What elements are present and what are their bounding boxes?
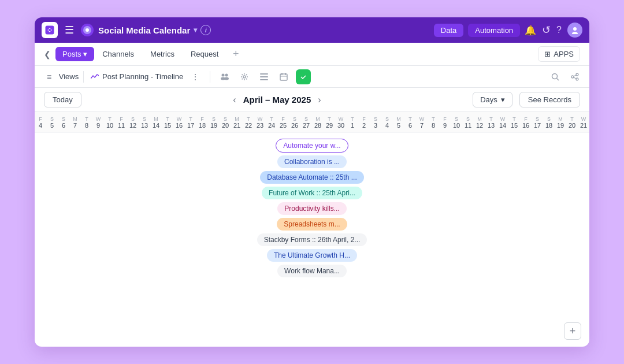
next-month-button[interactable]: ›	[318, 95, 321, 105]
date-col[interactable]: W16	[173, 116, 185, 129]
help-icon[interactable]: ?	[556, 25, 562, 35]
date-col[interactable]: F16	[520, 116, 532, 129]
date-col[interactable]: T20	[566, 116, 578, 129]
calendar-icon[interactable]	[276, 69, 291, 84]
date-col[interactable]: F4	[35, 116, 46, 129]
date-col[interactable]: T15	[508, 116, 520, 129]
tab-metrics[interactable]: Metrics	[142, 45, 183, 63]
date-col[interactable]: T6	[404, 116, 416, 129]
date-col[interactable]: T10	[104, 116, 116, 129]
date-col[interactable]: T1	[347, 116, 358, 129]
undo-icon[interactable]: ↺	[542, 24, 551, 36]
avatar[interactable]	[567, 23, 582, 38]
event-chip[interactable]: Automate your w...	[276, 139, 348, 153]
automation-tab[interactable]: Automation	[468, 24, 520, 37]
title-text: Social Media Calendar	[98, 25, 190, 35]
hamburger-icon[interactable]: ☰	[62, 21, 76, 39]
app-logo[interactable]	[42, 22, 58, 38]
date-col[interactable]: S4	[381, 116, 393, 129]
bell-icon[interactable]: 🔔	[525, 25, 536, 36]
title-chevron-icon[interactable]: ▾	[194, 26, 197, 34]
date-col[interactable]: M21	[231, 116, 243, 129]
view-selector[interactable]: Post Planning - Timeline	[91, 72, 183, 81]
date-col[interactable]: T22	[243, 116, 254, 129]
settings-icon[interactable]	[237, 69, 252, 84]
list-icon[interactable]	[257, 69, 272, 84]
event-chip[interactable]: Future of Work :: 25th Apri...	[262, 187, 362, 199]
view-name: Post Planning - Timeline	[102, 72, 183, 81]
svg-point-1	[49, 29, 51, 32]
menu-icon[interactable]: ≡	[42, 69, 57, 84]
svg-point-19	[552, 73, 558, 79]
date-col[interactable]: W23	[254, 116, 266, 129]
add-tab-button[interactable]: +	[229, 47, 243, 61]
date-col[interactable]: T8	[81, 116, 92, 129]
active-view-icon[interactable]	[296, 69, 311, 84]
date-col[interactable]: F25	[277, 116, 289, 129]
event-chip[interactable]: The Ultimate Growth H...	[267, 249, 357, 262]
date-col[interactable]: F9	[439, 116, 451, 129]
apps-label: APPS	[554, 50, 574, 58]
add-record-button[interactable]: +	[564, 322, 581, 340]
event-chip[interactable]: Work flow Mana...	[277, 265, 347, 277]
date-col[interactable]: T24	[266, 116, 277, 129]
svg-rect-11	[260, 73, 268, 75]
date-col[interactable]: S19	[208, 116, 220, 129]
page-title: Social Media Calendar ▾ i	[98, 25, 429, 35]
tab-posts[interactable]: Posts ▾	[55, 47, 94, 61]
date-col[interactable]: W9	[92, 116, 104, 129]
date-col[interactable]: S26	[289, 116, 300, 129]
date-col[interactable]: S18	[543, 116, 555, 129]
date-col[interactable]: W14	[497, 116, 508, 129]
date-col[interactable]: T15	[162, 116, 173, 129]
date-col[interactable]: S27	[300, 116, 312, 129]
date-col[interactable]: M14	[150, 116, 162, 129]
date-col[interactable]: M28	[312, 116, 324, 129]
event-chip[interactable]: Stackby Forms :: 26th April, 2...	[257, 233, 367, 246]
event-chip[interactable]: Database Automate :: 25th ...	[260, 171, 363, 184]
date-col[interactable]: S11	[462, 116, 474, 129]
event-chip[interactable]: Productivity kills...	[277, 202, 346, 215]
date-col[interactable]: S20	[220, 116, 231, 129]
date-col[interactable]: F18	[196, 116, 208, 129]
date-col[interactable]: M7	[69, 116, 81, 129]
views-label[interactable]: Views	[61, 69, 76, 84]
apps-button[interactable]: ⊞ APPS	[538, 46, 580, 62]
date-col[interactable]: S13	[139, 116, 150, 129]
date-col[interactable]: S3	[370, 116, 381, 129]
date-col[interactable]: T29	[324, 116, 335, 129]
date-col[interactable]: S12	[127, 116, 139, 129]
today-button[interactable]: Today	[44, 92, 81, 107]
date-col[interactable]: T17	[185, 116, 196, 129]
tab-request[interactable]: Request	[183, 45, 226, 63]
share-icon[interactable]	[567, 69, 582, 84]
prev-month-button[interactable]: ‹	[233, 95, 236, 105]
date-col[interactable]: T13	[485, 116, 497, 129]
more-options-icon[interactable]: ⋮	[188, 69, 203, 84]
info-icon[interactable]: i	[200, 25, 211, 35]
date-col[interactable]: M5	[393, 116, 404, 129]
date-col[interactable]: S17	[532, 116, 543, 129]
data-tab[interactable]: Data	[434, 24, 463, 37]
event-chip[interactable]: Collaboration is ...	[277, 155, 347, 168]
date-col[interactable]: S5	[46, 116, 58, 129]
date-col[interactable]: W21	[578, 116, 589, 129]
date-col[interactable]: M19	[555, 116, 566, 129]
days-select[interactable]: Days ▾	[473, 92, 512, 107]
event-chip[interactable]: Spreadsheets m...	[277, 218, 347, 231]
svg-line-20	[557, 78, 559, 80]
svg-point-5	[572, 32, 578, 34]
date-col[interactable]: M12	[474, 116, 485, 129]
date-col[interactable]: S10	[451, 116, 462, 129]
collapse-icon[interactable]: ❮	[44, 50, 51, 59]
date-col[interactable]: W30	[335, 116, 347, 129]
see-records-button[interactable]: See Records	[519, 92, 580, 107]
people-icon[interactable]	[217, 69, 232, 84]
date-col[interactable]: T8	[428, 116, 439, 129]
date-col[interactable]: S6	[58, 116, 69, 129]
date-col[interactable]: F2	[358, 116, 370, 129]
search-icon[interactable]	[548, 69, 563, 84]
date-col[interactable]: F11	[116, 116, 127, 129]
tab-channels[interactable]: Channels	[94, 45, 142, 63]
date-col[interactable]: W7	[416, 116, 428, 129]
